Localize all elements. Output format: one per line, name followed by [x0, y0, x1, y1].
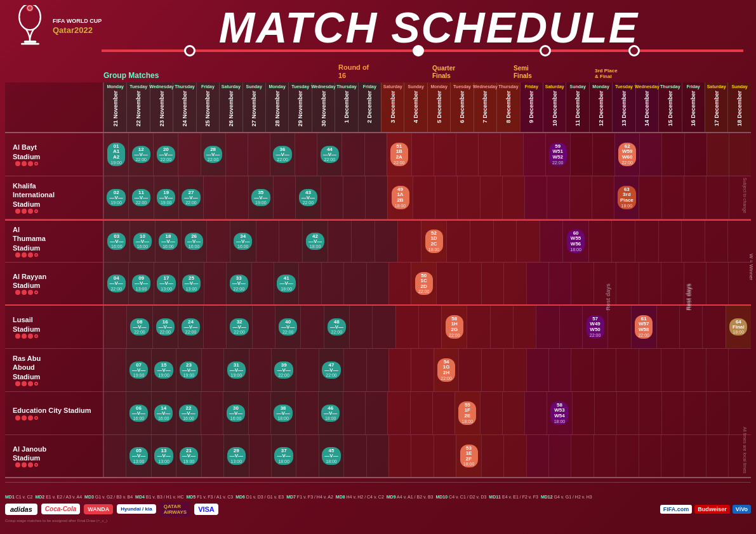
match-47[interactable]: 47—V—22:00 — [319, 349, 343, 391]
match-sf-bayt[interactable]: 62 W59W60 22:00 — [614, 133, 639, 176]
match-34[interactable]: 34—V—16:00 — [230, 221, 256, 262]
stadium-label-ras-abu: Ras AbuAboudStadium — [5, 349, 103, 391]
match-04[interactable]: 04—V—22:00 — [103, 263, 128, 304]
match-28[interactable]: 28 —V— 22:00 — [201, 133, 225, 176]
match-01[interactable]: 01 A1A2 19:00 — [103, 133, 128, 176]
match-17[interactable]: 17—V—13:00 — [154, 263, 178, 304]
match-60[interactable]: 60W55W5618:00 — [562, 221, 588, 262]
match-12[interactable]: 12 —V— 22:00 — [128, 133, 153, 176]
date-col-8: Tuesday29 November — [288, 82, 311, 132]
match-26[interactable]: 26—V—16:00 — [181, 221, 207, 262]
match-57-lusail[interactable]: 57W49W5022:00 — [582, 306, 607, 348]
stadium-label-lusail: LusailStadium — [5, 306, 103, 348]
date-col-12: Saturday3 December — [381, 82, 404, 132]
match-21[interactable]: 21—V—19:00 — [176, 435, 201, 477]
match-08[interactable]: 08—V—22:00 — [126, 306, 152, 348]
match-qf-bayt[interactable]: 59 W51W52 22:00 — [545, 133, 570, 176]
date-col-19: Saturday10 December — [543, 82, 566, 132]
al-janoub-matches: 05—V—13:00 13—V—13:00 21—V—19:00 29—V—13… — [103, 435, 751, 477]
match-20[interactable]: 20 —V— 22:00 — [153, 133, 178, 176]
page-title: Match Schedule — [114, 6, 743, 49]
match-58[interactable]: 581H2G22:00 — [441, 306, 467, 348]
match-09[interactable]: 09—V—13:00 — [128, 263, 153, 304]
date-col-13: Sunday4 December — [404, 82, 427, 132]
sponsor-wanda: WANDA — [84, 504, 113, 514]
match-24[interactable]: 24—V—22:00 — [178, 306, 203, 348]
match-49[interactable]: 491A2B18:00 — [387, 176, 412, 219]
match-35[interactable]: 35—V—19:00 — [248, 176, 273, 219]
match-43[interactable]: 43—V—22:00 — [295, 176, 320, 219]
match-3rd-khalifa[interactable]: 633rdPlace18:00 — [614, 176, 639, 219]
match-05[interactable]: 05—V—13:00 — [126, 435, 150, 477]
date-col-1: Tuesday22 November — [126, 82, 149, 132]
stadium-label-al-janoub: Al JanoubStadium — [5, 435, 103, 477]
timeline-marker-4 — [628, 45, 640, 56]
lusail-matches: 08—V—22:00 16—V—22:00 24—V—22:00 32—V—22… — [103, 306, 751, 348]
match-03[interactable]: 03—V—16:00 — [103, 221, 129, 262]
match-29[interactable]: 29—V—13:00 — [223, 435, 248, 477]
row-khalifa: KhalifaInternationalStadium 02—V—19:00 1… — [5, 176, 751, 219]
match-44[interactable]: 44 —V— 22:00 — [317, 133, 342, 176]
date-col-22: Tuesday13 December — [612, 82, 635, 132]
date-col-10: Thursday1 December — [335, 82, 357, 132]
rayyan-matches: 04—V—22:00 09—V—13:00 17—V—13:00 25—V—13… — [103, 263, 751, 304]
match-61-lusail[interactable]: 61W57W5822:00 — [631, 306, 656, 348]
match-02[interactable]: 02—V—19:00 — [103, 176, 128, 219]
match-36[interactable]: 36 —V— 22:00 — [270, 133, 295, 176]
phase-third-label: 3rd Place& Final — [595, 68, 618, 80]
match-45[interactable]: 45—V—18:00 — [319, 435, 343, 477]
match-10[interactable]: 10—V—16:00 — [129, 221, 156, 262]
match-33[interactable]: 33—V—22:00 — [226, 263, 251, 304]
row-lusail: LusailStadium 08—V—22:00 16—V—22:00 24—V… — [5, 306, 751, 349]
svg-rect-1 — [24, 41, 37, 43]
match-32[interactable]: 32—V—22:00 — [226, 306, 251, 348]
match-30[interactable]: 30—V—16:00 — [223, 392, 248, 434]
trophy-logo — [13, 5, 48, 49]
match-53[interactable]: 531E2F18:00 — [456, 435, 481, 477]
date-col-2: Wednesday23 November — [150, 82, 173, 132]
match-18[interactable]: 18—V—16:00 — [155, 221, 181, 262]
row-al-bayt: Al BaytStadium 01 A1A2 19:00 — [5, 133, 751, 176]
match-22[interactable]: 22—V—16:00 — [176, 392, 201, 434]
match-25[interactable]: 25—V—13:00 — [178, 263, 203, 304]
stadium-label-rayyan: Al RayyanStadium — [5, 263, 103, 304]
match-64-lusail[interactable]: 64Final18:00 — [726, 306, 751, 348]
match-52[interactable]: 521D2C18:00 — [421, 221, 447, 262]
phase-qf-label: QuarterFinals — [432, 65, 473, 80]
match-15[interactable]: 15—V—19:00 — [151, 349, 176, 391]
match-51[interactable]: 51 1B2A 22:00 — [387, 133, 411, 176]
match-39[interactable]: 39—V—22:00 — [271, 349, 296, 391]
match-16[interactable]: 16—V—22:00 — [152, 306, 178, 348]
match-37[interactable]: 37—V—18:00 — [271, 435, 296, 477]
match-55[interactable]: 551F2E18:00 — [454, 392, 479, 434]
match-14[interactable]: 14—V—16:00 — [151, 392, 176, 434]
match-27[interactable]: 27—V—22:00 — [178, 176, 203, 219]
match-13[interactable]: 13—V—13:00 — [151, 435, 176, 477]
date-col-3: Thursday24 November — [173, 82, 196, 132]
match-qf-53[interactable]: 58W53W5418:00 — [547, 392, 571, 434]
match-50[interactable]: 501C2D22:00 — [411, 263, 435, 304]
match-54[interactable]: 541G2H22:00 — [434, 349, 458, 391]
match-46[interactable]: 46—V—18:00 — [318, 392, 343, 434]
sponsor-visa: VISA — [194, 504, 218, 515]
bottom-area: MD1 C1 v. C2 MD2 E1 v. E2 / A3 v. A4 MD3… — [5, 482, 751, 534]
match-38[interactable]: 38—V—18:00 — [270, 392, 295, 434]
thumama-matches: 03—V—16:00 10—V—16:00 18—V—16:00 26—V—16… — [103, 221, 751, 262]
match-19[interactable]: 19—V—19:00 — [154, 176, 178, 219]
row-thumama: AlThumamaStadium 03—V—16:00 10—V—16:00 1… — [5, 219, 751, 263]
match-07[interactable]: 07—V—19:00 — [126, 349, 150, 391]
match-41[interactable]: 41—V—18:00 — [274, 263, 298, 304]
stadium-label-education-city: Education City Stadium — [5, 392, 103, 434]
match-48[interactable]: 48—V—22:00 — [324, 306, 349, 348]
match-11[interactable]: 11—V—22:00 — [128, 176, 153, 219]
winner-label: W = Winner — [748, 254, 754, 280]
all-times-label: All times are local times — [743, 427, 747, 474]
match-40[interactable]: 40—V—22:00 — [275, 306, 300, 348]
match-31[interactable]: 31—V—19:00 — [223, 349, 248, 391]
match-42[interactable]: 42—V—18:00 — [302, 221, 328, 262]
date-col-15: Tuesday6 December — [450, 82, 473, 132]
match-06[interactable]: 06—V—16:00 — [126, 392, 150, 434]
match-23[interactable]: 23—V—19:00 — [176, 349, 201, 391]
date-col-27: Sunday18 December — [727, 82, 750, 132]
matchday-legend: MD1 C1 v. C2 MD2 E1 v. E2 / A3 v. A4 MD3… — [5, 495, 751, 499]
